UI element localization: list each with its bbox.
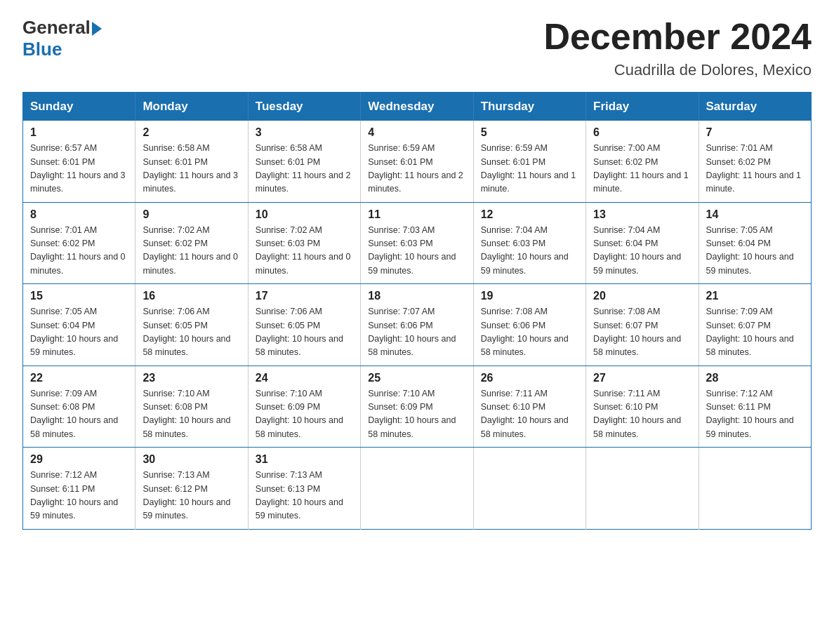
calendar-cell bbox=[473, 448, 585, 530]
day-info: Sunrise: 7:03 AM Sunset: 6:03 PM Dayligh… bbox=[368, 224, 465, 279]
day-info: Sunrise: 7:05 AM Sunset: 6:04 PM Dayligh… bbox=[706, 224, 804, 279]
day-number: 26 bbox=[481, 372, 578, 384]
day-number: 6 bbox=[593, 126, 691, 139]
month-title: December 2024 bbox=[543, 17, 812, 57]
day-number: 12 bbox=[481, 208, 578, 221]
calendar-cell: 15Sunrise: 7:05 AM Sunset: 6:04 PM Dayli… bbox=[23, 284, 135, 366]
day-info: Sunrise: 7:13 AM Sunset: 6:12 PM Dayligh… bbox=[143, 469, 240, 523]
day-number: 21 bbox=[706, 290, 804, 302]
day-info: Sunrise: 7:04 AM Sunset: 6:04 PM Dayligh… bbox=[593, 224, 691, 279]
calendar-cell: 14Sunrise: 7:05 AM Sunset: 6:04 PM Dayli… bbox=[699, 202, 811, 284]
day-info: Sunrise: 6:58 AM Sunset: 6:01 PM Dayligh… bbox=[143, 142, 240, 196]
calendar-cell: 31Sunrise: 7:13 AM Sunset: 6:13 PM Dayli… bbox=[248, 448, 360, 530]
calendar-cell: 18Sunrise: 7:07 AM Sunset: 6:06 PM Dayli… bbox=[361, 284, 473, 366]
calendar-cell bbox=[361, 448, 473, 530]
day-number: 15 bbox=[30, 290, 128, 302]
day-number: 13 bbox=[593, 208, 691, 221]
day-info: Sunrise: 7:11 AM Sunset: 6:10 PM Dayligh… bbox=[481, 387, 578, 442]
calendar-cell: 8Sunrise: 7:01 AM Sunset: 6:02 PM Daylig… bbox=[23, 202, 135, 284]
calendar-week-row: 8Sunrise: 7:01 AM Sunset: 6:02 PM Daylig… bbox=[23, 202, 812, 284]
calendar-cell: 6Sunrise: 7:00 AM Sunset: 6:02 PM Daylig… bbox=[586, 121, 699, 202]
day-info: Sunrise: 7:02 AM Sunset: 6:03 PM Dayligh… bbox=[256, 224, 353, 279]
calendar-cell: 4Sunrise: 6:59 AM Sunset: 6:01 PM Daylig… bbox=[361, 121, 473, 202]
calendar-cell: 27Sunrise: 7:11 AM Sunset: 6:10 PM Dayli… bbox=[586, 365, 699, 448]
calendar-cell: 22Sunrise: 7:09 AM Sunset: 6:08 PM Dayli… bbox=[23, 365, 135, 448]
calendar-cell: 29Sunrise: 7:12 AM Sunset: 6:11 PM Dayli… bbox=[23, 448, 135, 530]
day-info: Sunrise: 7:11 AM Sunset: 6:10 PM Dayligh… bbox=[593, 387, 691, 442]
day-info: Sunrise: 7:05 AM Sunset: 6:04 PM Dayligh… bbox=[30, 305, 128, 360]
day-info: Sunrise: 6:57 AM Sunset: 6:01 PM Dayligh… bbox=[30, 142, 128, 196]
day-number: 16 bbox=[143, 290, 240, 302]
logo-blue-text: Blue bbox=[22, 39, 62, 60]
day-info: Sunrise: 7:12 AM Sunset: 6:11 PM Dayligh… bbox=[30, 469, 128, 523]
calendar-week-row: 29Sunrise: 7:12 AM Sunset: 6:11 PM Dayli… bbox=[23, 448, 812, 530]
calendar-cell: 13Sunrise: 7:04 AM Sunset: 6:04 PM Dayli… bbox=[586, 202, 699, 284]
weekday-header-row: SundayMondayTuesdayWednesdayThursdayFrid… bbox=[23, 93, 812, 121]
day-info: Sunrise: 7:08 AM Sunset: 6:07 PM Dayligh… bbox=[593, 305, 691, 360]
weekday-header-saturday: Saturday bbox=[699, 93, 811, 121]
day-number: 23 bbox=[143, 372, 240, 384]
day-number: 20 bbox=[593, 290, 691, 302]
day-number: 29 bbox=[30, 453, 128, 466]
calendar-cell: 24Sunrise: 7:10 AM Sunset: 6:09 PM Dayli… bbox=[248, 365, 360, 448]
calendar-cell: 3Sunrise: 6:58 AM Sunset: 6:01 PM Daylig… bbox=[248, 121, 360, 202]
page-container: General Blue December 2024 Cuadrilla de … bbox=[22, 17, 812, 530]
weekday-header-sunday: Sunday bbox=[23, 93, 135, 121]
calendar-cell: 12Sunrise: 7:04 AM Sunset: 6:03 PM Dayli… bbox=[473, 202, 585, 284]
day-info: Sunrise: 7:10 AM Sunset: 6:09 PM Dayligh… bbox=[368, 387, 465, 442]
weekday-header-monday: Monday bbox=[135, 93, 248, 121]
day-number: 5 bbox=[481, 126, 578, 139]
day-info: Sunrise: 7:07 AM Sunset: 6:06 PM Dayligh… bbox=[368, 305, 465, 360]
calendar-cell: 11Sunrise: 7:03 AM Sunset: 6:03 PM Dayli… bbox=[361, 202, 473, 284]
calendar-cell: 16Sunrise: 7:06 AM Sunset: 6:05 PM Dayli… bbox=[135, 284, 248, 366]
weekday-header-wednesday: Wednesday bbox=[361, 93, 473, 121]
day-info: Sunrise: 7:10 AM Sunset: 6:09 PM Dayligh… bbox=[256, 387, 353, 442]
day-number: 28 bbox=[706, 372, 804, 384]
calendar-cell bbox=[699, 448, 811, 530]
logo-general-text: General bbox=[22, 17, 91, 39]
calendar-cell: 25Sunrise: 7:10 AM Sunset: 6:09 PM Dayli… bbox=[361, 365, 473, 448]
header: General Blue December 2024 Cuadrilla de … bbox=[22, 17, 812, 79]
day-info: Sunrise: 7:08 AM Sunset: 6:06 PM Dayligh… bbox=[481, 305, 578, 360]
day-number: 22 bbox=[30, 372, 128, 384]
location-title: Cuadrilla de Dolores, Mexico bbox=[543, 61, 812, 79]
day-info: Sunrise: 7:10 AM Sunset: 6:08 PM Dayligh… bbox=[143, 387, 240, 442]
day-number: 14 bbox=[706, 208, 804, 221]
day-info: Sunrise: 7:06 AM Sunset: 6:05 PM Dayligh… bbox=[256, 305, 353, 360]
day-info: Sunrise: 6:59 AM Sunset: 6:01 PM Dayligh… bbox=[481, 142, 578, 196]
day-info: Sunrise: 7:02 AM Sunset: 6:02 PM Dayligh… bbox=[143, 224, 240, 279]
day-number: 24 bbox=[256, 372, 353, 384]
day-number: 1 bbox=[30, 126, 128, 139]
day-info: Sunrise: 7:04 AM Sunset: 6:03 PM Dayligh… bbox=[481, 224, 578, 279]
day-info: Sunrise: 7:12 AM Sunset: 6:11 PM Dayligh… bbox=[706, 387, 804, 442]
day-number: 4 bbox=[368, 126, 465, 139]
day-number: 18 bbox=[368, 290, 465, 302]
day-number: 7 bbox=[706, 126, 804, 139]
day-info: Sunrise: 7:13 AM Sunset: 6:13 PM Dayligh… bbox=[256, 469, 353, 523]
day-number: 3 bbox=[256, 126, 353, 139]
day-number: 8 bbox=[30, 208, 128, 221]
calendar-cell: 21Sunrise: 7:09 AM Sunset: 6:07 PM Dayli… bbox=[699, 284, 811, 366]
day-number: 9 bbox=[143, 208, 240, 221]
logo-arrow-icon bbox=[92, 22, 102, 36]
day-number: 30 bbox=[143, 453, 240, 466]
calendar-cell: 9Sunrise: 7:02 AM Sunset: 6:02 PM Daylig… bbox=[135, 202, 248, 284]
calendar-cell: 19Sunrise: 7:08 AM Sunset: 6:06 PM Dayli… bbox=[473, 284, 585, 366]
day-info: Sunrise: 7:06 AM Sunset: 6:05 PM Dayligh… bbox=[143, 305, 240, 360]
calendar-cell: 5Sunrise: 6:59 AM Sunset: 6:01 PM Daylig… bbox=[473, 121, 585, 202]
calendar-week-row: 1Sunrise: 6:57 AM Sunset: 6:01 PM Daylig… bbox=[23, 121, 812, 202]
calendar-cell: 20Sunrise: 7:08 AM Sunset: 6:07 PM Dayli… bbox=[586, 284, 699, 366]
calendar-cell: 23Sunrise: 7:10 AM Sunset: 6:08 PM Dayli… bbox=[135, 365, 248, 448]
day-number: 11 bbox=[368, 208, 465, 221]
calendar-cell: 1Sunrise: 6:57 AM Sunset: 6:01 PM Daylig… bbox=[23, 121, 135, 202]
day-number: 25 bbox=[368, 372, 465, 384]
day-info: Sunrise: 7:09 AM Sunset: 6:07 PM Dayligh… bbox=[706, 305, 804, 360]
day-info: Sunrise: 6:58 AM Sunset: 6:01 PM Dayligh… bbox=[256, 142, 353, 196]
day-info: Sunrise: 7:09 AM Sunset: 6:08 PM Dayligh… bbox=[30, 387, 128, 442]
day-number: 19 bbox=[481, 290, 578, 302]
calendar-cell: 2Sunrise: 6:58 AM Sunset: 6:01 PM Daylig… bbox=[135, 121, 248, 202]
calendar-week-row: 15Sunrise: 7:05 AM Sunset: 6:04 PM Dayli… bbox=[23, 284, 812, 366]
day-info: Sunrise: 7:01 AM Sunset: 6:02 PM Dayligh… bbox=[706, 142, 804, 196]
logo: General Blue bbox=[22, 17, 102, 60]
day-number: 17 bbox=[256, 290, 353, 302]
